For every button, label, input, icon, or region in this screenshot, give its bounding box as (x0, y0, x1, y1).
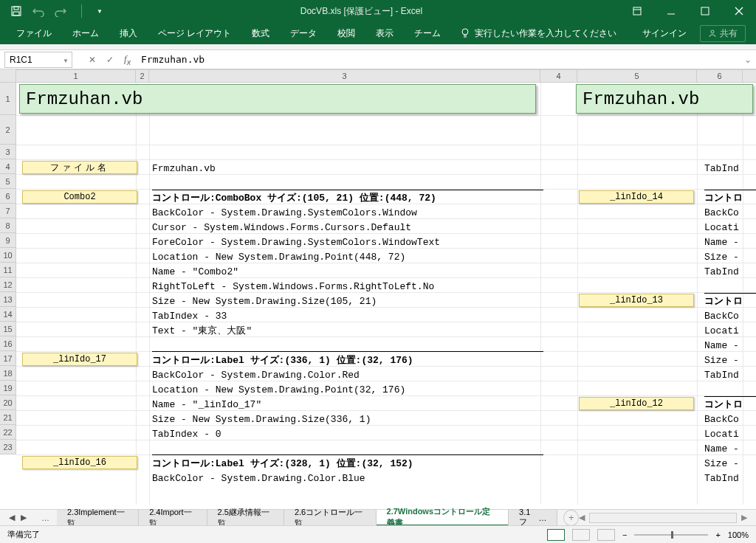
name-box[interactable]: R1C1 ▼ (4, 52, 72, 68)
cell-c9[interactable]: Location - New System.Drawing.Point(448,… (152, 249, 405, 264)
signin-link[interactable]: サインイン (642, 27, 687, 40)
formula-expand-icon[interactable]: ⌄ (744, 55, 752, 65)
cell-r8[interactable]: Name - (704, 235, 739, 249)
cell-c14[interactable]: Text - "東京、大阪" (152, 323, 252, 338)
row-header[interactable]: 16 (0, 336, 16, 351)
cell-c17[interactable]: BackColor - System.Drawing.Color.Red (152, 367, 360, 382)
label-filename[interactable]: ファイル名 (22, 161, 137, 174)
col-header[interactable]: 4 (540, 70, 577, 82)
redo-icon[interactable] (55, 5, 66, 17)
label-combo2[interactable]: Combo2 (22, 190, 137, 204)
row-header[interactable]: 15 (0, 322, 16, 336)
row-header[interactable]: 3 (0, 145, 16, 159)
cell-c18[interactable]: Location - New System.Drawing.Point(32, … (152, 382, 405, 397)
cell-r23[interactable]: Size - (704, 456, 739, 471)
cell-r20[interactable]: BackCo (704, 412, 739, 426)
label-lin17[interactable]: _linIdo_17 (22, 353, 137, 366)
chevron-down-icon[interactable]: ▼ (63, 58, 69, 64)
row-header[interactable]: 13 (0, 292, 16, 307)
cell-r3-tabind[interactable]: TabInd (704, 161, 739, 176)
cell-r16[interactable]: Size - (704, 353, 739, 367)
qat-dropdown-icon[interactable]: ▼ (97, 8, 103, 15)
cell-r21[interactable]: Locati (704, 426, 739, 441)
spreadsheet-grid[interactable]: 123456 123456789101112131415161718192021… (0, 69, 756, 505)
tab-data[interactable]: データ (280, 22, 327, 44)
sheet-tab-2[interactable]: 2.4Import一覧 (139, 510, 207, 526)
cell-c23-header[interactable]: コントロール:Label サイズ:(328, 1) 位置:(32, 152) (152, 456, 413, 471)
undo-icon[interactable] (32, 5, 44, 17)
cell-r5[interactable]: コントロ (704, 190, 743, 205)
label-lin14[interactable]: _linIdo_14 (579, 190, 694, 204)
cell-r10[interactable]: TabInd (704, 264, 739, 279)
cell-c10[interactable]: Name - "Combo2" (152, 264, 238, 279)
sheet-nav-prev-icon[interactable]: ◀ (9, 513, 15, 522)
cell-c12[interactable]: Size - New System.Drawing.Size(105, 21) (152, 294, 377, 308)
sheet-tab-6[interactable]: 3.1フ … (509, 510, 557, 526)
tab-insert[interactable]: 挿入 (109, 22, 148, 44)
row-header[interactable]: 14 (0, 307, 16, 322)
cell-r9[interactable]: Size - (704, 249, 739, 264)
cell-r14[interactable]: Locati (704, 323, 739, 338)
row-header[interactable]: 20 (0, 395, 16, 410)
view-pagelayout-icon[interactable] (572, 529, 590, 541)
cell-r6[interactable]: BackCo (704, 205, 739, 220)
scroll-left-icon[interactable]: ◀ (579, 513, 585, 522)
minimize-icon[interactable] (654, 0, 688, 22)
row-header[interactable]: 12 (0, 277, 16, 292)
ribbon-options-icon[interactable] (620, 0, 654, 22)
cell-r7[interactable]: Locati (704, 220, 739, 235)
row-header[interactable]: 2 (0, 115, 16, 145)
tab-formulas[interactable]: 数式 (241, 22, 280, 44)
label-lin13[interactable]: _linIdo_13 (579, 294, 694, 307)
label-lin16[interactable]: _linIdo_16 (22, 456, 137, 469)
cell-c6[interactable]: BackColor - System.Drawing.SystemColors.… (152, 205, 417, 220)
col-header[interactable]: 2 (136, 70, 149, 82)
zoom-in-icon[interactable]: + (715, 530, 720, 539)
cell-c5-header[interactable]: コントロール:ComboBox サイズ:(105, 21) 位置:(448, 7… (152, 190, 436, 205)
row-header[interactable]: 19 (0, 381, 16, 395)
enter-icon[interactable]: ✓ (106, 55, 114, 65)
row-header[interactable]: 1 (0, 83, 16, 115)
cell-c16-header[interactable]: コントロール:Label サイズ:(336, 1) 位置:(32, 176) (152, 353, 413, 367)
cell-r15[interactable]: Name - (704, 338, 739, 353)
tab-view[interactable]: 表示 (365, 22, 404, 44)
close-icon[interactable] (722, 0, 756, 22)
title-cell-2[interactable]: Frmzuhan.vb (576, 84, 753, 114)
col-header[interactable]: 3 (149, 70, 540, 82)
h-scrollbar[interactable] (589, 513, 737, 523)
fx-icon[interactable]: fx (124, 53, 131, 66)
row-header[interactable]: 23 (0, 440, 16, 454)
cell-c19[interactable]: Name - "_linIdo_17" (152, 397, 261, 412)
cell-c21[interactable]: TabIndex - 0 (152, 426, 221, 441)
sheet-tab-5[interactable]: 2.7Windowsコントロール定義書 (377, 510, 509, 526)
column-headers[interactable]: 123456 (16, 69, 756, 83)
col-header[interactable]: 5 (577, 70, 697, 82)
row-header[interactable]: 21 (0, 410, 16, 425)
cell-r22[interactable]: Name - (704, 441, 739, 456)
tab-layout[interactable]: ページ レイアウト (148, 22, 241, 44)
row-header[interactable]: 6 (0, 189, 16, 204)
add-sheet-button[interactable]: + (563, 510, 579, 526)
row-header[interactable]: 8 (0, 218, 16, 233)
cell-c8[interactable]: ForeColor - System.Drawing.SystemColors.… (152, 235, 440, 249)
view-normal-icon[interactable] (547, 529, 565, 541)
cancel-icon[interactable]: ✕ (89, 55, 96, 65)
share-button[interactable]: 共有 (700, 25, 746, 42)
scroll-right-icon[interactable]: ▶ (741, 513, 747, 522)
tab-review[interactable]: 校閲 (327, 22, 365, 44)
save-icon[interactable] (10, 5, 22, 17)
col-header[interactable]: 1 (16, 70, 136, 82)
cell-r17[interactable]: TabInd (704, 367, 739, 382)
cell-r12h[interactable]: コントロ (704, 294, 743, 308)
sheet-tab-4[interactable]: 2.6コントロール一覧 (284, 510, 377, 526)
formula-input[interactable]: Frmzuhan.vb (131, 54, 744, 65)
tab-home[interactable]: ホーム (62, 22, 109, 44)
row-header[interactable]: 17 (0, 351, 16, 366)
row-header[interactable]: 22 (0, 425, 16, 440)
zoom-out-icon[interactable]: − (622, 530, 627, 539)
row-header[interactable]: 5 (0, 174, 16, 189)
cell-r19h[interactable]: コントロ (704, 397, 743, 412)
cell-c13[interactable]: TabIndex - 33 (152, 308, 227, 323)
cell-c3[interactable]: Frmzuhan.vb (152, 161, 216, 176)
row-headers[interactable]: 1234567891011121314151617181920212223 (0, 83, 16, 454)
